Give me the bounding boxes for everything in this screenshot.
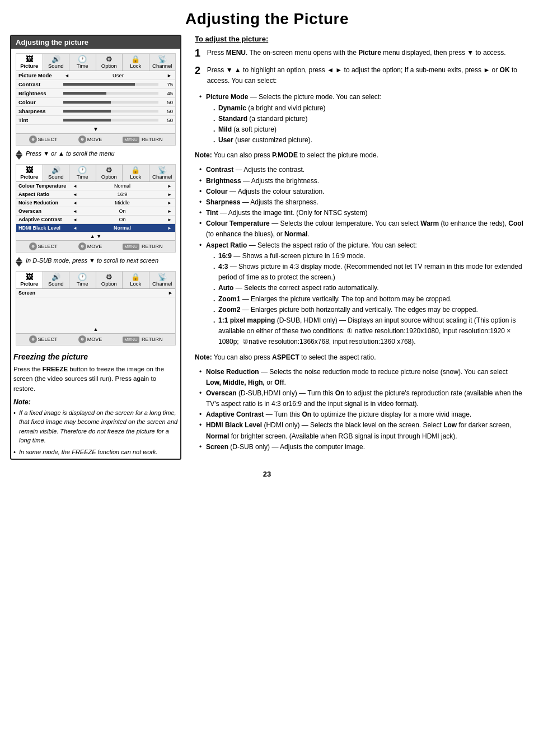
tab2-time[interactable]: 🕐 Time [69, 165, 96, 181]
menu1-row-picturemode: Picture Mode ◄ User ► [16, 71, 175, 80]
freezing-text: Press the FREEZE button to freeze the im… [13, 365, 178, 394]
overscan-left-arrow: ◄ [73, 209, 77, 214]
menu1-row-brightness: Brightness 45 [16, 89, 175, 98]
footer3-select: ⊕ SELECT [29, 335, 58, 343]
tab-picture[interactable]: 🖼 Picture [16, 54, 43, 71]
step-2-num: 2 [195, 65, 205, 77]
bullet-hdmiblacklevel: HDMI Black Level (HDMI only) — Selects t… [199, 420, 524, 441]
tab2-option[interactable]: ⚙ Option [96, 165, 123, 181]
channel2-icon: 📡 [151, 166, 175, 174]
tab-channel-label: Channel [152, 63, 172, 69]
contrast-bar-container: 75 [63, 81, 173, 87]
to-adjust-title: To adjust the picture: [195, 35, 524, 43]
step-2: 2 Press ▼ ▲ to highlight an option, pres… [195, 65, 524, 86]
colour-bar-fill [63, 101, 111, 104]
contrast-bar [63, 83, 158, 86]
arrow2-text: In D-SUB mode, press ▼ to scroll to next… [26, 256, 158, 265]
note-item-2: In some mode, the FREEZE function can no… [13, 447, 178, 457]
menu1-row-tint: Tint 50 [16, 116, 175, 125]
note-item-1: If a fixed image is displayed on the scr… [13, 408, 178, 445]
arrows-col-1 [16, 149, 22, 160]
picturemode-value: User [71, 72, 166, 78]
bullet-screen: Screen (D-SUB only) — Adjusts the comput… [199, 442, 524, 452]
bullet-adaptivecontrast: Adaptive Contrast — Turn this On to opti… [199, 409, 524, 420]
footer3-return: MENU RETURN [123, 335, 162, 343]
tab-sound[interactable]: 🔊 Sound [43, 54, 70, 71]
menu1-row-sharpness: Sharpness 50 [16, 107, 175, 116]
tab3-lock[interactable]: 🔒 Lock [123, 272, 149, 288]
tint-bar [63, 119, 158, 122]
adaptivecontrast-label: Adaptive Contrast [18, 217, 72, 222]
bullet-list-picturemode: Picture Mode — Selects the picture mode.… [199, 92, 524, 146]
page-number: 23 [0, 465, 534, 483]
channel-icon: 📡 [151, 55, 175, 63]
footer3-move-label: MOVE [87, 337, 102, 342]
tab2-sound-label: Sound [48, 174, 63, 180]
colourtemp-right-arrow: ► [167, 184, 172, 189]
tab2-time-label: Time [77, 174, 88, 180]
sound3-icon: 🔊 [44, 273, 68, 281]
time3-icon: 🕐 [71, 273, 95, 281]
footer2-move-label: MOVE [87, 244, 102, 249]
tab2-picture[interactable]: 🖼 Picture [16, 165, 43, 181]
select3-btn-icon: ⊕ [29, 335, 37, 343]
menu3-row-screen: Screen ► [16, 289, 175, 297]
sub-169: 16:9 — Shows a full-screen picture in 16… [212, 251, 524, 262]
menu2-row-hdmiblacklevel: HDMI Black Level ◄ Normal ► [16, 224, 175, 232]
menu2-row-aspectratio: Aspect Ratio ◄ 16:9 ► [16, 190, 175, 199]
tab2-lock[interactable]: 🔒 Lock [123, 165, 149, 181]
tab3-option[interactable]: ⚙ Option [96, 272, 123, 288]
tab2-sound[interactable]: 🔊 Sound [43, 165, 70, 181]
colour-bar [63, 101, 158, 104]
footer-select: ⊕ SELECT [29, 136, 58, 143]
tab-lock[interactable]: 🔒 Lock [123, 54, 149, 71]
colourtemp-value: Normal [78, 183, 166, 189]
footer3-return-label: RETURN [142, 337, 163, 342]
colour-bar-container: 50 [63, 99, 173, 105]
adaptivecontrast-value: On [78, 217, 166, 222]
menu1-row-colour: Colour 50 [16, 98, 175, 107]
tab-picture-label: Picture [20, 63, 38, 69]
tab-time-label: Time [77, 63, 88, 69]
footer2-move: ⊕ MOVE [78, 242, 102, 250]
brightness-label: Brightness [18, 90, 63, 96]
move2-btn-icon: ⊕ [78, 242, 86, 250]
tv-menu-3: 🖼 Picture 🔊 Sound 🕐 Time ⚙ Option [16, 271, 176, 346]
sub-dynamic: Dynamic (a bright and vivid picture) [212, 103, 524, 114]
footer-return-label: RETURN [142, 137, 163, 142]
footer-move: ⊕ MOVE [78, 136, 102, 143]
footer2-select-label: SELECT [38, 244, 58, 249]
tv-menu-2: 🖼 Picture 🔊 Sound 🕐 Time ⚙ Option [16, 164, 176, 253]
section-title: Adjusting the picture [11, 36, 180, 49]
contrast-bar-fill [63, 83, 135, 86]
tint-label: Tint [18, 117, 63, 123]
screen-label: Screen [18, 290, 168, 296]
tab3-picture[interactable]: 🖼 Picture [16, 272, 43, 288]
screen-right-arrow: ► [168, 290, 173, 296]
footer3-move: ⊕ MOVE [78, 335, 102, 343]
sharpness-bar-fill [63, 110, 111, 113]
menu2-row-noisereduction: Noise Reduction ◄ Middle ► [16, 199, 175, 207]
bullet-picturemode: Picture Mode — Selects the picture mode.… [199, 92, 524, 146]
tab3-sound[interactable]: 🔊 Sound [43, 272, 70, 288]
tab3-time[interactable]: 🕐 Time [69, 272, 96, 288]
noisereduction-value: Middle [78, 200, 166, 206]
lock-icon: 🔒 [124, 55, 148, 63]
tab2-channel[interactable]: 📡 Channel [149, 165, 176, 181]
tab3-channel[interactable]: 📡 Channel [149, 272, 176, 288]
tab3-lock-label: Lock [130, 281, 141, 287]
lock2-icon: 🔒 [124, 166, 148, 174]
tab-option[interactable]: ⚙ Option [96, 54, 123, 71]
menu3-icon: MENU [123, 337, 139, 343]
arrow-up-icon [16, 150, 22, 155]
option3-icon: ⚙ [97, 273, 121, 281]
hdmiblacklevel-label: HDMI Black Level [18, 225, 72, 231]
tab-channel[interactable]: 📡 Channel [149, 54, 176, 71]
left-column: Adjusting the picture 🖼 Picture 🔊 Sound … [10, 35, 189, 460]
brightness-bar-fill [63, 92, 106, 95]
sub-11pixel: 1:1 pixel mapping (D-SUB, HDMI only) — D… [212, 315, 524, 348]
sub-mild: Mild (a soft picture) [212, 124, 524, 135]
tab-time[interactable]: 🕐 Time [69, 54, 96, 71]
hdmiblacklevel-left-arrow: ◄ [73, 226, 77, 231]
sub-zoom2: Zoom2 — Enlarges picture both horizontal… [212, 305, 524, 315]
